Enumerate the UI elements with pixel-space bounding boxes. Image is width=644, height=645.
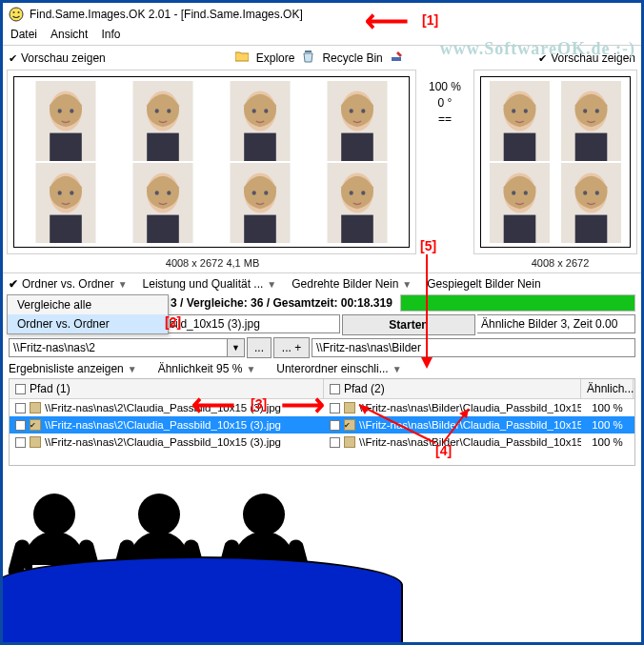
svg-point-18 [264, 109, 268, 113]
svg-point-12 [155, 109, 159, 113]
image-meta-right: 4008 x 2672 [479, 254, 641, 271]
svg-point-38 [264, 191, 268, 195]
recycle-bin-button[interactable]: Recycle Bin [322, 51, 382, 65]
path-left-combo[interactable]: ▼ [9, 337, 245, 358]
list-options: Ergebnisliste anzeigen▼ Ähnlichkeit 95 %… [3, 359, 641, 375]
svg-rect-49 [504, 133, 536, 161]
svg-rect-64 [575, 215, 608, 243]
file-icon [30, 436, 41, 448]
menu-view[interactable]: Ansicht [50, 28, 88, 41]
svg-point-33 [167, 191, 171, 195]
svg-point-42 [350, 191, 353, 195]
image-grid-left [13, 76, 410, 248]
portrait-thumb [556, 163, 626, 243]
svg-point-57 [512, 191, 515, 195]
svg-rect-34 [147, 215, 179, 243]
preview-left-toggle[interactable]: Vorschau zeigen [9, 51, 106, 65]
compare-middle: 100 % 0 ° == [416, 70, 473, 254]
explore-button[interactable]: Explore [256, 51, 295, 65]
menu-file[interactable]: Datei [10, 28, 37, 41]
chevron-down-icon: ▼ [392, 364, 402, 374]
preview-right [473, 70, 637, 254]
svg-rect-4 [392, 57, 401, 61]
svg-point-23 [361, 109, 365, 113]
portrait-thumb [115, 81, 211, 161]
browse-left-button[interactable]: ... [247, 337, 272, 358]
path-right-input[interactable] [312, 338, 635, 357]
svg-point-8 [70, 109, 73, 113]
portrait-thumb [485, 163, 554, 243]
mode-all-item[interactable]: Vergleiche alle [8, 295, 168, 314]
mode-ovo-item[interactable]: Ordner vs. Ordner [8, 314, 168, 333]
svg-rect-24 [341, 133, 373, 161]
svg-rect-39 [244, 215, 276, 243]
portrait-thumb [310, 81, 405, 161]
svg-point-2 [18, 11, 20, 13]
table-row[interactable]: \\Fritz-nas\nas\2\Claudia_Passbild_10x15… [10, 399, 634, 416]
chevron-down-icon: ▼ [118, 279, 128, 290]
portrait-thumb [115, 163, 211, 243]
portrait-thumb [18, 81, 113, 161]
svg-point-0 [10, 8, 23, 21]
col-similarity[interactable]: Ähnlich... [581, 379, 634, 398]
svg-point-13 [167, 109, 171, 113]
chevron-down-icon[interactable]: ▼ [228, 338, 245, 357]
compare-mode-dropdown[interactable]: ✔ Ordner vs. Ordner ▼ Vergleiche alle Or… [9, 277, 128, 291]
col-path1: Pfad (1) [10, 379, 324, 398]
similarity-threshold-dropdown[interactable]: Ähnlichkeit 95 %▼ [158, 362, 256, 375]
result-list-dropdown[interactable]: Ergebnisliste anzeigen▼ [9, 362, 137, 375]
table-row[interactable]: \\Fritz-nas\nas\2\Claudia_Passbild_10x15… [10, 433, 634, 451]
start-button[interactable]: Starten [342, 314, 475, 335]
rotated-dropdown[interactable]: Gedrehte Bilder Nein ▼ [292, 277, 412, 291]
svg-point-43 [361, 191, 365, 195]
performance-dropdown[interactable]: Leistung und Qualität ... ▼ [143, 277, 277, 291]
menu-info[interactable]: Info [101, 28, 120, 41]
chevron-down-icon: ▼ [267, 279, 276, 290]
svg-point-62 [583, 191, 587, 195]
svg-point-22 [350, 109, 353, 113]
window-title: Find.Same.Images.OK 2.01 - [Find.Same.Im… [30, 8, 303, 21]
chevron-down-icon: ▼ [402, 279, 412, 290]
svg-point-53 [595, 109, 599, 113]
recycle-icon [302, 50, 314, 66]
svg-point-63 [595, 191, 599, 195]
subfolders-dropdown[interactable]: Unterordner einschli...▼ [276, 362, 401, 375]
annotation-arrow [413, 251, 441, 374]
titlebar: Find.Same.Images.OK 2.01 - [Find.Same.Im… [3, 3, 641, 26]
portrait-thumb [212, 163, 308, 243]
svg-rect-3 [305, 50, 312, 52]
portrait-thumb [556, 81, 626, 161]
annotation-arrow [350, 395, 483, 449]
svg-point-17 [252, 109, 256, 113]
portrait-thumb [485, 81, 554, 161]
similar-status: Ähnliche Bilder 3, Zeit 0.00 [477, 314, 635, 333]
mirrored-dropdown[interactable]: Gespiegelt Bilder Nein [427, 277, 540, 291]
preview-area: 100 % 0 ° == [3, 70, 641, 254]
svg-point-28 [70, 191, 73, 195]
svg-point-7 [58, 109, 62, 113]
tools-icon[interactable] [391, 50, 404, 66]
path-right-combo[interactable] [312, 337, 635, 358]
results-table[interactable]: Pfad (1) Pfad (2) Ähnlich... \\Fritz-nas… [9, 378, 635, 466]
table-header: Pfad (1) Pfad (2) Ähnlich... [10, 379, 634, 399]
path-left-input[interactable] [9, 338, 228, 357]
svg-rect-29 [50, 215, 82, 243]
svg-point-52 [583, 109, 587, 113]
app-icon [9, 7, 24, 22]
portrait-thumb [212, 81, 308, 161]
svg-rect-44 [341, 215, 373, 243]
svg-point-1 [13, 11, 15, 13]
rotation-degrees: 0 ° [438, 95, 453, 111]
options-row: ✔ Ordner vs. Ordner ▼ Vergleiche alle Or… [3, 273, 641, 292]
judges-illustration: 8 7 9 [3, 490, 403, 642]
svg-rect-59 [504, 215, 536, 243]
svg-point-37 [252, 191, 256, 195]
svg-point-32 [155, 191, 159, 195]
table-row[interactable]: \\Fritz-nas\nas\2\Claudia_Passbild_10x15… [10, 416, 634, 433]
browse-plus-button[interactable]: ... + [273, 337, 310, 358]
compare-mode-label: Ordner vs. Ordner [22, 277, 114, 291]
compare-mode-menu: Vergleiche alle Ordner vs. Ordner [7, 294, 169, 334]
svg-point-27 [58, 191, 62, 195]
svg-point-58 [524, 191, 528, 195]
similarity-percent: 100 % [429, 79, 461, 95]
